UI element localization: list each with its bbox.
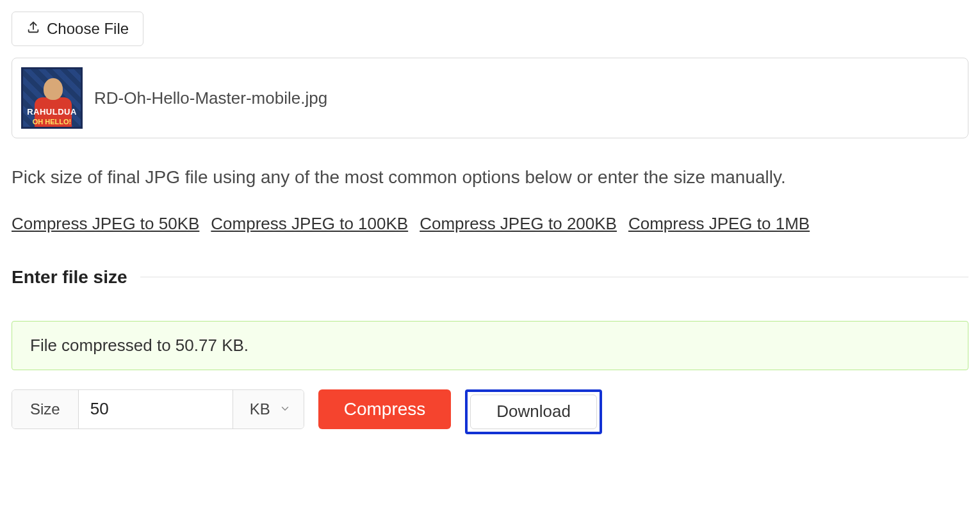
upload-icon <box>26 20 40 38</box>
preset-links-row: Compress JPEG to 50KB Compress JPEG to 1… <box>12 214 968 234</box>
file-name: RD-Oh-Hello-Master-mobile.jpg <box>94 88 327 108</box>
status-alert: File compressed to 50.77 KB. <box>12 321 968 370</box>
size-input[interactable] <box>79 390 233 428</box>
size-input-row: Size KB Compress Download <box>12 389 968 434</box>
file-thumbnail: RAHULDUA OH HELLO! <box>21 67 83 129</box>
preset-link-100kb[interactable]: Compress JPEG to 100KB <box>211 214 408 234</box>
thumbnail-text-2: OH HELLO! <box>23 118 81 126</box>
enter-file-size-heading: Enter file size <box>12 267 968 288</box>
choose-file-button[interactable]: Choose File <box>12 12 143 46</box>
unit-label: KB <box>250 400 270 418</box>
download-button[interactable]: Download <box>470 395 597 429</box>
preset-link-50kb[interactable]: Compress JPEG to 50KB <box>12 214 199 234</box>
size-addon-label: Size <box>12 390 79 428</box>
divider <box>140 277 968 277</box>
selected-file-row: RAHULDUA OH HELLO! RD-Oh-Hello-Master-mo… <box>12 58 968 138</box>
size-picker-description: Pick size of final JPG file using any of… <box>12 165 968 190</box>
chevron-down-icon <box>279 400 291 418</box>
unit-select[interactable]: KB <box>233 390 304 428</box>
preset-link-1mb[interactable]: Compress JPEG to 1MB <box>628 214 810 234</box>
thumbnail-text-1: RAHULDUA <box>23 107 81 117</box>
compress-button[interactable]: Compress <box>318 389 452 429</box>
download-highlight: Download <box>465 389 602 434</box>
status-message: File compressed to 50.77 KB. <box>30 336 249 355</box>
section-title: Enter file size <box>12 267 127 288</box>
size-input-group: Size KB <box>12 389 304 429</box>
preset-link-200kb[interactable]: Compress JPEG to 200KB <box>420 214 617 234</box>
choose-file-label: Choose File <box>47 20 129 38</box>
